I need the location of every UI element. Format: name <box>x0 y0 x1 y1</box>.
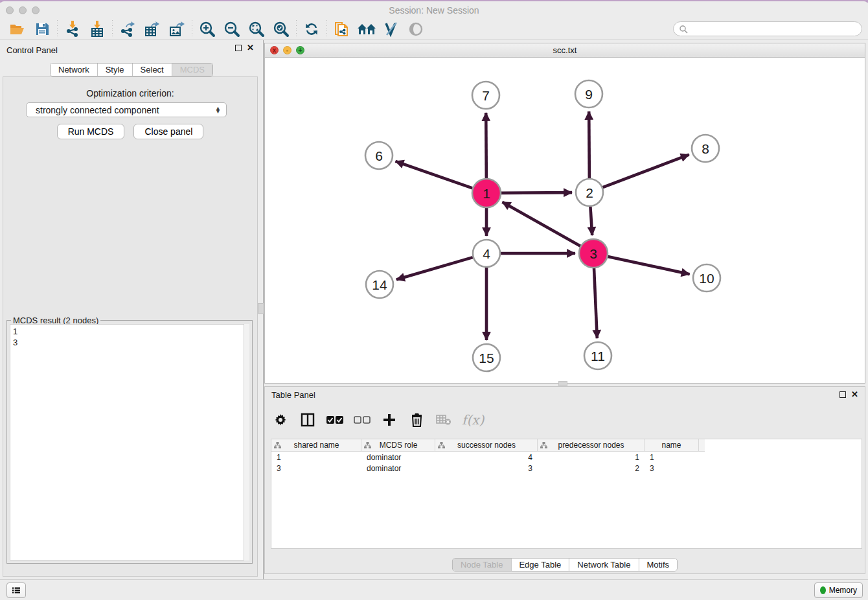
table-row[interactable]: 3dominator323 <box>271 463 705 474</box>
zoom-out-icon[interactable] <box>220 19 244 39</box>
graph-node-2: 2 <box>576 179 603 206</box>
chevron-up-down-icon: ▲▼ <box>215 107 221 113</box>
graph-node-10: 10 <box>693 264 720 292</box>
edge-3-11 <box>594 268 597 338</box>
edge-1-6 <box>395 161 472 189</box>
deselect-all-icon[interactable] <box>353 410 371 430</box>
delete-icon[interactable] <box>407 410 426 430</box>
ndex-file-icon[interactable] <box>330 19 354 39</box>
add-icon[interactable] <box>380 410 398 430</box>
tab-network-table[interactable]: Network Table <box>569 559 639 571</box>
table-toolbar: f(x) <box>271 406 484 433</box>
toolbar-separator <box>296 20 297 38</box>
tab-motifs[interactable]: Motifs <box>639 559 677 571</box>
float-table-panel-icon[interactable] <box>839 391 846 398</box>
svg-text:7: 7 <box>482 88 490 103</box>
node-table[interactable]: shared nameMCDS rolesuccessor nodesprede… <box>271 439 862 549</box>
memory-button[interactable]: Memory <box>814 583 863 598</box>
svg-text:3: 3 <box>589 246 597 261</box>
table-row[interactable]: 1dominator411 <box>271 452 705 463</box>
status-bar: Memory <box>0 579 868 600</box>
refresh-icon[interactable] <box>299 19 324 39</box>
zoom-selected-icon[interactable] <box>269 19 293 39</box>
graph-node-11: 11 <box>584 342 611 369</box>
network-view-title: scc.txt <box>265 45 865 55</box>
save-icon[interactable] <box>30 19 54 39</box>
mcds-result-text[interactable]: 1 3 <box>10 324 244 560</box>
open-folder-icon[interactable] <box>5 19 30 39</box>
cyndex-icon[interactable] <box>379 19 404 39</box>
column-header-predecessor-nodes[interactable]: predecessor nodes <box>538 439 645 451</box>
criterion-dropdown-value: strongly connected component <box>36 105 215 115</box>
graph-node-6: 6 <box>365 142 393 169</box>
zoom-fit-icon[interactable] <box>244 19 269 39</box>
control-panel-title: Control Panel <box>6 45 58 55</box>
svg-text:10: 10 <box>699 271 714 286</box>
vertical-split-grip[interactable] <box>258 303 264 314</box>
tab-select[interactable]: Select <box>133 63 172 76</box>
network-window-titlebar[interactable]: x - + scc.txt <box>265 43 865 58</box>
list-icon <box>12 586 20 595</box>
search-input[interactable] <box>688 25 862 34</box>
import-table-icon[interactable] <box>85 19 109 39</box>
graph-node-9: 9 <box>575 80 602 108</box>
close-table-panel-icon[interactable]: ✕ <box>851 391 858 398</box>
criterion-dropdown[interactable]: strongly connected component ▲▼ <box>26 102 227 117</box>
graph-node-14: 14 <box>366 271 393 298</box>
graph-node-15: 15 <box>473 344 500 371</box>
column-header-shared-name[interactable]: shared name <box>271 439 361 451</box>
select-all-icon[interactable] <box>326 410 344 430</box>
column-header-name[interactable]: name <box>645 439 699 451</box>
zoom-in-icon[interactable] <box>195 19 220 39</box>
search-box[interactable] <box>673 21 862 36</box>
edge-3-10 <box>608 257 689 274</box>
tab-network[interactable]: Network <box>51 63 98 76</box>
export-image-icon[interactable] <box>165 19 189 39</box>
graph-node-4: 4 <box>473 240 500 267</box>
export-network-icon[interactable] <box>115 19 140 39</box>
search-icon <box>679 25 688 34</box>
control-panel: Control Panel ✕ NetworkStyleSelectMCDS O… <box>0 40 260 579</box>
float-panel-icon[interactable] <box>235 45 242 51</box>
svg-text:1: 1 <box>483 186 490 201</box>
svg-text:8: 8 <box>702 141 709 156</box>
tab-mcds[interactable]: MCDS <box>172 63 212 76</box>
main-toolbar <box>0 18 868 40</box>
svg-text:4: 4 <box>483 246 490 261</box>
edge-2-3 <box>590 207 592 235</box>
column-header-MCDS-role[interactable]: MCDS role <box>361 439 435 451</box>
task-history-button[interactable] <box>6 583 26 598</box>
run-mcds-button[interactable]: Run MCDS <box>57 124 125 139</box>
toolbar-separator <box>192 20 192 38</box>
table-panel-title: Table Panel <box>271 390 315 400</box>
tab-style[interactable]: Style <box>98 63 133 76</box>
graph-node-7: 7 <box>472 82 499 109</box>
delete-table-icon[interactable] <box>435 410 453 430</box>
table-header-row: shared nameMCDS rolesuccessor nodesprede… <box>271 439 705 452</box>
column-header-successor-nodes[interactable]: successor nodes <box>435 439 538 451</box>
horizontal-split-grip[interactable] <box>558 381 567 386</box>
table-body: 1dominator4113dominator323 <box>271 452 862 474</box>
close-panel-icon[interactable]: ✕ <box>247 45 254 51</box>
network-graph[interactable]: 7968124314101511 <box>265 58 865 383</box>
tab-edge-table[interactable]: Edge Table <box>511 559 569 571</box>
export-table-icon[interactable] <box>140 19 165 39</box>
gear-icon[interactable] <box>271 410 290 430</box>
eye-icon[interactable] <box>404 19 428 39</box>
graph-node-3: 3 <box>579 239 608 268</box>
edge-4-14 <box>396 257 473 279</box>
edge-2-8 <box>603 155 689 188</box>
graph-node-1: 1 <box>472 179 501 207</box>
result-scrollbar[interactable] <box>244 324 249 560</box>
tab-node-table[interactable]: Node Table <box>453 559 512 571</box>
column-icon[interactable] <box>299 410 317 430</box>
edge-2-9 <box>589 111 589 178</box>
close-panel-button[interactable]: Close panel <box>133 124 203 139</box>
toolbar-separator <box>57 20 58 38</box>
control-panel-tabs: NetworkStyleSelectMCDS <box>50 63 213 76</box>
svg-text:14: 14 <box>372 277 387 292</box>
home-icon[interactable] <box>354 19 379 39</box>
import-network-icon[interactable] <box>60 19 85 39</box>
toolbar-separator <box>326 20 327 38</box>
function-icon[interactable]: f(x) <box>462 412 484 428</box>
